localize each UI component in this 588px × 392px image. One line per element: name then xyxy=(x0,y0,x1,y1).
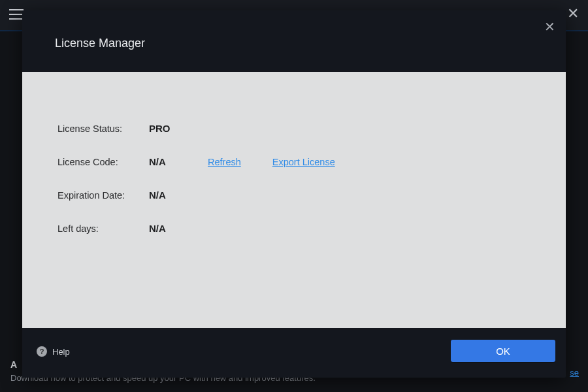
value-expiration-date: N/A xyxy=(149,189,208,201)
promo-title-fragment: A xyxy=(10,359,17,370)
close-icon[interactable]: ✕ xyxy=(543,20,557,34)
app-close-icon[interactable]: ✕ xyxy=(567,7,579,21)
label-left-days: Left days: xyxy=(57,223,149,234)
help-link[interactable]: ? Help xyxy=(37,346,70,357)
refresh-link[interactable]: Refresh xyxy=(208,157,241,167)
modal-title: License Manager xyxy=(55,37,145,50)
label-expiration-date: Expiration Date: xyxy=(57,190,149,201)
row-license-status: License Status: PRO xyxy=(57,123,531,134)
promo-link-fragment[interactable]: se xyxy=(570,368,579,378)
row-license-code: License Code: N/A Refresh Export License xyxy=(57,156,531,167)
value-license-code: N/A xyxy=(149,156,208,167)
row-expiration-date: Expiration Date: N/A xyxy=(57,189,531,201)
modal-footer: ? Help OK xyxy=(22,328,566,378)
modal-header: License Manager ✕ xyxy=(22,10,566,72)
label-license-status: License Status: xyxy=(57,123,149,134)
row-left-days: Left days: N/A xyxy=(57,223,531,234)
value-license-status: PRO xyxy=(149,123,208,134)
value-left-days: N/A xyxy=(149,223,208,234)
ok-button[interactable]: OK xyxy=(451,340,555,362)
hamburger-icon[interactable] xyxy=(9,9,24,20)
export-license-link[interactable]: Export License xyxy=(272,157,335,167)
license-manager-modal: License Manager ✕ License Status: PRO Li… xyxy=(22,10,566,378)
help-icon: ? xyxy=(37,346,47,357)
modal-body: License Status: PRO License Code: N/A Re… xyxy=(22,72,566,328)
help-label: Help xyxy=(52,347,70,357)
label-license-code: License Code: xyxy=(57,157,149,167)
